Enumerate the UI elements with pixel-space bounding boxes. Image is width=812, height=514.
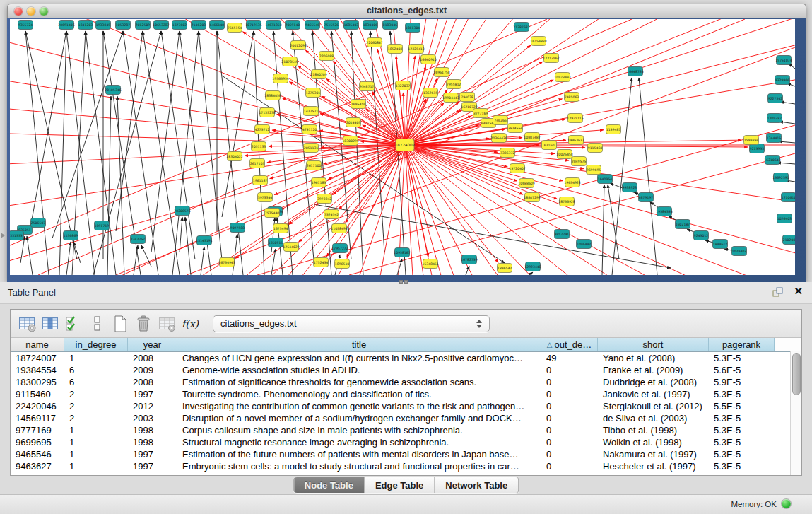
red-edge[interactable] bbox=[10, 19, 405, 145]
tab-edge-table[interactable]: Edge Table bbox=[365, 477, 435, 493]
black-edge[interactable] bbox=[86, 31, 116, 275]
cell-outde[interactable]: 0 bbox=[541, 389, 598, 399]
cell-year[interactable]: 1997 bbox=[128, 449, 177, 460]
black-edge[interactable] bbox=[639, 78, 657, 275]
cell-indegree[interactable]: 6 bbox=[64, 377, 128, 387]
cell-year[interactable]: 1997 bbox=[128, 461, 177, 472]
red-edge[interactable] bbox=[10, 19, 405, 145]
red-edge[interactable] bbox=[10, 19, 405, 145]
cell-indegree[interactable]: 1 bbox=[64, 353, 128, 363]
red-edge[interactable] bbox=[405, 145, 726, 275]
cell-title[interactable]: Estimation of significance thresholds fo… bbox=[177, 377, 541, 387]
close-panel-icon[interactable]: ✕ bbox=[794, 285, 803, 298]
red-edge[interactable] bbox=[267, 145, 405, 163]
column-header-title[interactable]: title bbox=[177, 338, 541, 351]
red-edge[interactable] bbox=[10, 19, 405, 145]
collapse-west-arrow[interactable] bbox=[1, 233, 5, 238]
black-edge[interactable] bbox=[66, 242, 71, 275]
cell-indegree[interactable]: 2 bbox=[64, 413, 128, 424]
red-edge[interactable] bbox=[10, 19, 405, 145]
black-edge[interactable] bbox=[271, 249, 276, 275]
table-row[interactable]: 1872400712008Changes of HCN gene express… bbox=[11, 352, 801, 364]
tab-network-table[interactable]: Network Table bbox=[435, 477, 518, 493]
column-header-short[interactable]: short bbox=[598, 338, 709, 351]
minimize-window-icon[interactable] bbox=[27, 7, 35, 16]
black-edge[interactable] bbox=[141, 245, 151, 267]
cell-title[interactable]: Disruption of a novel member of a sodium… bbox=[177, 413, 541, 424]
black-edge[interactable] bbox=[180, 217, 182, 252]
cell-short[interactable]: Nakamura et al. (1997) bbox=[598, 449, 709, 460]
cell-indegree[interactable]: 1 bbox=[64, 437, 128, 448]
cell-outde[interactable]: 49 bbox=[541, 353, 598, 363]
cell-name[interactable]: 9777169 bbox=[11, 425, 64, 436]
cell-short[interactable]: Hescheler et al. (1997) bbox=[598, 461, 709, 472]
black-edge[interactable] bbox=[602, 185, 604, 275]
cell-pagerank[interactable]: 5.3E-5 bbox=[709, 449, 775, 460]
black-edge[interactable] bbox=[73, 242, 81, 263]
cell-name[interactable]: 9465546 bbox=[11, 449, 64, 460]
trash-icon[interactable] bbox=[133, 315, 154, 333]
table-row[interactable]: 977716911998Corpus callosum shape and si… bbox=[11, 424, 801, 436]
black-edge[interactable] bbox=[151, 31, 180, 252]
cell-indegree[interactable]: 1 bbox=[64, 461, 128, 472]
cell-short[interactable]: Tibbo et al. (1998) bbox=[598, 425, 709, 436]
row-pair-icon[interactable] bbox=[86, 315, 107, 333]
table-row[interactable]: 946362711997Embryonic stem cells: a mode… bbox=[11, 460, 801, 472]
cell-short[interactable]: Yano et al. (2008) bbox=[598, 353, 709, 363]
cell-indegree[interactable]: 6 bbox=[64, 365, 128, 375]
cell-year[interactable]: 2009 bbox=[128, 365, 177, 375]
cell-pagerank[interactable]: 5.3E-5 bbox=[709, 425, 775, 436]
cell-short[interactable]: Jankovic et al. (1997) bbox=[598, 389, 709, 399]
cell-outde[interactable]: 0 bbox=[541, 401, 598, 411]
black-edge[interactable] bbox=[254, 31, 264, 275]
cell-pagerank[interactable]: 5.3E-5 bbox=[709, 389, 775, 399]
cell-year[interactable]: 2012 bbox=[128, 401, 177, 411]
cell-outde[interactable]: 0 bbox=[541, 437, 598, 448]
cell-name[interactable]: 22420046 bbox=[11, 401, 64, 411]
cell-indegree[interactable]: 1 bbox=[64, 449, 128, 460]
black-edge[interactable] bbox=[134, 245, 138, 275]
red-edge[interactable] bbox=[405, 145, 649, 275]
red-edge[interactable] bbox=[405, 19, 795, 145]
table-row[interactable]: 1456911722003Disruption of a novel membe… bbox=[11, 412, 801, 424]
float-panel-icon[interactable] bbox=[772, 287, 784, 300]
cell-name[interactable]: 9463627 bbox=[11, 461, 64, 472]
cell-outde[interactable]: 0 bbox=[541, 365, 598, 375]
black-edge[interactable] bbox=[466, 266, 469, 275]
zoom-window-icon[interactable] bbox=[40, 7, 48, 16]
cell-title[interactable]: Embryonic stem cells: a model to study s… bbox=[177, 461, 541, 472]
black-edge[interactable] bbox=[172, 31, 199, 275]
table-select-dropdown[interactable]: citations_edges.txt bbox=[213, 315, 490, 332]
column-header-name[interactable]: name bbox=[11, 338, 64, 351]
row-checklist-icon[interactable] bbox=[63, 315, 84, 333]
cell-outde[interactable]: 0 bbox=[541, 377, 598, 387]
close-window-icon[interactable] bbox=[14, 7, 23, 16]
cell-short[interactable]: Franke et al. (2009) bbox=[598, 365, 709, 375]
network-window[interactable]: citations_edges.txt 93557242069140618412… bbox=[7, 4, 806, 282]
table-row[interactable]: 1830029562008Estimation of significance … bbox=[11, 376, 801, 388]
cell-pagerank[interactable]: 5.3E-5 bbox=[709, 353, 775, 363]
scrollbar-thumb[interactable] bbox=[792, 353, 801, 395]
red-edge[interactable] bbox=[405, 145, 558, 199]
black-edge[interactable] bbox=[143, 31, 180, 275]
cell-title[interactable]: Corpus callosum shape and size in male p… bbox=[177, 425, 541, 436]
network-window-titlebar[interactable]: citations_edges.txt bbox=[7, 4, 806, 18]
cell-outde[interactable]: 0 bbox=[541, 425, 598, 436]
cell-name[interactable]: 19384554 bbox=[11, 365, 64, 375]
delete-table-icon[interactable] bbox=[156, 315, 177, 333]
cell-short[interactable]: Stergiakouli et al. (2012) bbox=[598, 401, 709, 411]
black-edge[interactable] bbox=[314, 204, 671, 268]
new-document-icon[interactable] bbox=[110, 315, 131, 333]
red-edge[interactable] bbox=[10, 19, 405, 145]
table-row[interactable]: 946554611997Estimation of the future num… bbox=[11, 448, 801, 460]
cell-year[interactable]: 2008 bbox=[128, 377, 177, 387]
red-edge[interactable] bbox=[298, 145, 405, 242]
cell-outde[interactable]: 0 bbox=[541, 461, 598, 472]
red-edge[interactable] bbox=[10, 19, 405, 145]
vertical-scrollbar[interactable] bbox=[790, 351, 801, 475]
cell-name[interactable]: 18300295 bbox=[11, 377, 64, 387]
network-canvas[interactable]: 9355724206914061841203193384510532872012… bbox=[10, 19, 795, 275]
black-edge[interactable] bbox=[612, 78, 632, 275]
show-column-icon[interactable] bbox=[40, 315, 61, 333]
red-edge[interactable] bbox=[10, 19, 405, 145]
